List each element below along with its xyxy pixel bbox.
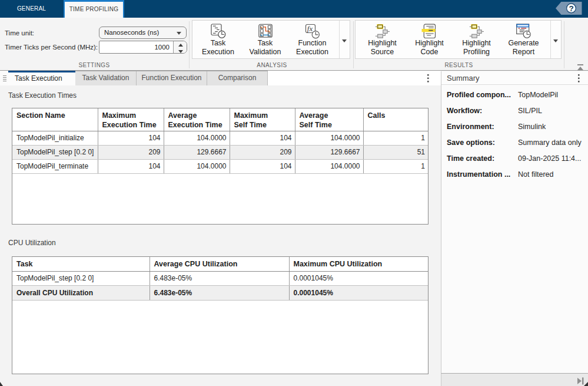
- svg-text:fx: fx: [307, 24, 313, 33]
- svg-text:?: ?: [569, 4, 573, 13]
